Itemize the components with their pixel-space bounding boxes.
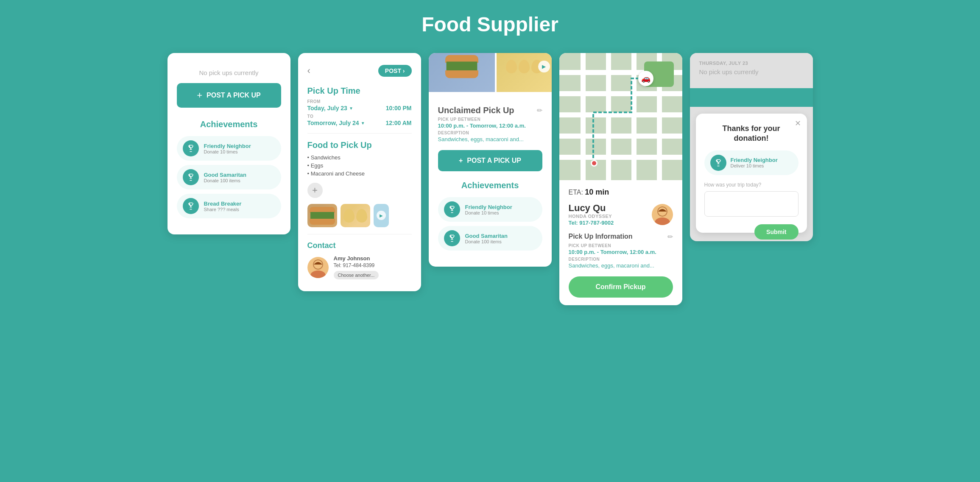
trophy-icon	[183, 140, 199, 156]
trophy-svg-2	[187, 173, 195, 181]
back-button[interactable]: ‹	[307, 65, 310, 76]
play-button-small[interactable]: ▶	[377, 211, 386, 220]
map-car-icon: 🚗	[638, 71, 653, 86]
contact-row: Amy Johnson Tel: 917-484-8399 Choose ano…	[307, 255, 412, 279]
add-food-button[interactable]: +	[307, 183, 323, 198]
no-pickup-text: No pick ups currently	[177, 69, 281, 76]
achievement-s3-2-text: Good Samaritan Donate 100 items	[465, 233, 508, 244]
to-date[interactable]: Tomorrow, July 24 ▼	[307, 120, 365, 126]
food-item-eggs: Eggs	[307, 162, 412, 170]
from-date[interactable]: Today, July 23 ▼	[307, 105, 353, 111]
s4-desc-label: DESCRIPTION	[569, 257, 673, 262]
edit-icon-s4[interactable]: ✏	[667, 233, 673, 241]
confirm-pickup-button[interactable]: Confirm Pickup	[569, 276, 673, 298]
s5-date-label: THURSDAY, JULY 23	[699, 61, 804, 66]
egg-2	[356, 209, 367, 223]
food-image-sandwich	[307, 204, 337, 227]
feedback-label: How was your trip today?	[704, 182, 799, 188]
egg-1	[343, 209, 355, 223]
driver-name: Lucy Qu	[569, 203, 614, 214]
submit-button[interactable]: Submit	[754, 224, 798, 240]
plus-icon: +	[197, 90, 202, 101]
driver-vehicle: HONDA ODYSSEY	[569, 214, 614, 219]
s5-modal: ✕ Thanks for your donation! Friendly Nei…	[696, 114, 807, 233]
food-item-mac: Macaroni and Cheese	[307, 170, 412, 178]
divider	[307, 133, 412, 134]
s4-desc-text: Sandwiches, eggs, macaroni and...	[569, 262, 673, 269]
edit-icon[interactable]: ✏	[537, 106, 542, 114]
s5-teal-bar	[690, 88, 813, 107]
driver-info: Lucy Qu HONDA ODYSSEY Tel: 917-787-9002	[569, 203, 614, 226]
map-pin-start	[591, 160, 597, 167]
screen4: 🚗 ETA: 10 min Lucy Qu HONDA ODYSSEY Tel:…	[559, 53, 682, 305]
to-time: 12:00 AM	[386, 120, 412, 126]
eggs-visual	[343, 209, 367, 223]
post-pill-button[interactable]: POST ›	[378, 65, 412, 77]
contact-info: Amy Johnson Tel: 917-484-8399 Choose ano…	[334, 255, 379, 279]
post-label-3: POST A PICK UP	[467, 157, 521, 164]
achievement-good-samaritan: Good Samaritan Donate 100 items	[177, 165, 281, 189]
food-item-sandwiches: Sandwiches	[307, 153, 412, 162]
screen3: ▶ Unclaimed Pick Up ✏ PICK UP BETWEEN 10…	[429, 53, 552, 267]
s4-between-label: PICK UP BETWEEN	[569, 243, 673, 248]
driver-tel: Tel: 917-787-9002	[569, 220, 614, 226]
achievement-s3-1-text: Friendly Neighbor Donate 10 times	[465, 204, 512, 215]
bread-bot	[310, 219, 335, 225]
route-svg	[559, 53, 682, 180]
pickup-time-range: 10:00 p.m. - Tomorrow, 12:00 a.m.	[438, 123, 542, 129]
post-pill-label: POST ›	[385, 67, 405, 74]
s5-no-pickup: No pick ups currently	[699, 68, 804, 75]
achievement-name: Friendly Neighbor	[204, 143, 251, 149]
post-pickup-button[interactable]: + POST A PICK UP	[177, 83, 281, 108]
s5-top-bar: THURSDAY, JULY 23 No pick ups currently	[690, 53, 813, 88]
filling-3	[446, 61, 477, 70]
screen2: ‹ POST › Pick Up Time FROM Today, July 2…	[298, 53, 421, 291]
description-label: DESCRIPTION	[438, 131, 542, 135]
trophy-icon-3	[183, 198, 199, 214]
achievement-s3-sub-1: Donate 10 times	[465, 210, 512, 215]
trophy-svg	[187, 144, 195, 153]
trophy-svg-s5	[714, 159, 723, 167]
eggs-visual-3	[506, 60, 542, 73]
pickup-between-label: PICK UP BETWEEN	[438, 117, 542, 122]
svg-point-4	[655, 217, 670, 225]
trophy-icon-2	[183, 169, 199, 185]
contact-tel: Tel: 917-484-8399	[334, 262, 379, 268]
trophy-icon-s3-1	[444, 201, 460, 217]
trophy-icon-s3-2	[444, 230, 460, 246]
sandwich-visual-3	[445, 55, 478, 78]
filling	[310, 212, 334, 219]
achievement-bread-breaker-text: Bread Breaker Share ??? meals	[204, 201, 242, 212]
trophy-icon-s5	[710, 155, 726, 171]
s5-modal-wrapper: ✕ Thanks for your donation! Friendly Nei…	[690, 107, 813, 241]
trophy-svg-s3-1	[448, 205, 456, 214]
caret-icon: ▼	[349, 106, 353, 111]
achievement-bread-breaker: Bread Breaker Share ??? meals	[177, 194, 281, 218]
s4-pickup-time: 10:00 p.m. - Tomorrow, 12:00 a.m.	[569, 249, 673, 255]
sandwich-visual	[310, 207, 335, 225]
achievement-friendly-neighbor-text: Friendly Neighbor Donate 10 times	[204, 143, 251, 154]
achievement-sub: Donate 10 times	[204, 149, 251, 154]
from-label: FROM	[307, 99, 412, 104]
bread-bot-3	[445, 70, 478, 78]
trophy-svg-3	[187, 202, 195, 210]
close-modal-button[interactable]: ✕	[795, 119, 801, 128]
feedback-input[interactable]	[704, 191, 799, 217]
play-button-overlay[interactable]: ▶	[538, 61, 550, 72]
food-image-blue: ▶	[374, 204, 389, 227]
s5-achievement-name: Friendly Neighbor	[731, 157, 778, 163]
avatar-svg	[307, 257, 329, 278]
to-label: TO	[307, 114, 412, 119]
achievement-friendly-neighbor: Friendly Neighbor Donate 10 times	[177, 136, 281, 161]
contact-title: Contact	[307, 241, 412, 250]
trophy-svg-s3-2	[448, 234, 456, 242]
pickup-info-header: Pick Up Information ✏	[569, 233, 673, 241]
post-pickup-button-3[interactable]: + POST A PICK UP	[438, 150, 542, 171]
achievement-name-2: Good Samaritan	[204, 172, 246, 178]
egg-3	[506, 60, 517, 73]
screen3-content: Unclaimed Pick Up ✏ PICK UP BETWEEN 10:0…	[438, 99, 542, 251]
screen5: THURSDAY, JULY 23 No pick ups currently …	[690, 53, 813, 241]
choose-another-button[interactable]: Choose another...	[334, 271, 379, 279]
screens-container: No pick ups currently + POST A PICK UP A…	[24, 53, 957, 305]
egg-4	[519, 60, 530, 73]
